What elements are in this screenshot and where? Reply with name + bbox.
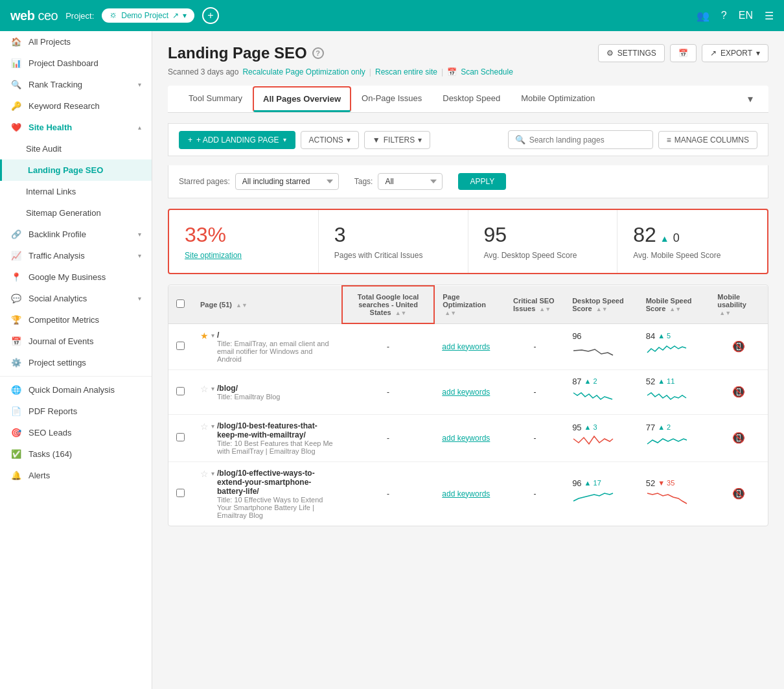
th-critical-seo[interactable]: Critical SEO Issues ▲▼	[505, 286, 564, 323]
google-searches-cell: -	[342, 323, 434, 369]
select-all-checkbox[interactable]	[176, 299, 185, 308]
row-checkbox[interactable]	[176, 489, 185, 497]
sidebar-item-rank-tracking[interactable]: 🔍 Rank Tracking ▾	[0, 74, 152, 95]
star-icon[interactable]: ☆	[200, 469, 209, 479]
row-checkbox[interactable]	[176, 433, 185, 441]
help-icon[interactable]: ?	[721, 10, 727, 21]
sidebar-item-site-audit[interactable]: Site Audit	[0, 138, 152, 159]
sidebar-item-social-analytics[interactable]: 💬 Social Analytics ▾	[0, 288, 152, 309]
sidebar-item-journal-of-events[interactable]: 📅 Journal of Events	[0, 331, 152, 352]
desktop-speed-cell: 95 ▲ 3	[564, 414, 638, 461]
sidebar-item-backlink-profile[interactable]: 🔗 Backlink Profile ▾	[0, 224, 152, 245]
tab-all-pages-overview[interactable]: All Pages Overview	[253, 86, 351, 112]
language-selector[interactable]: EN	[739, 10, 753, 21]
tab-desktop-speed[interactable]: Desktop Speed	[432, 86, 511, 112]
add-keywords-link[interactable]: add keywords	[442, 342, 490, 351]
sidebar-item-all-projects[interactable]: 🏠 All Projects	[0, 31, 152, 53]
star-icon[interactable]: ☆	[200, 384, 209, 394]
google-searches-cell: -	[342, 461, 434, 526]
sidebar-item-sitemap-generation[interactable]: Sitemap Generation	[0, 202, 152, 224]
search-input[interactable]	[529, 135, 646, 145]
add-keywords-link[interactable]: add keywords	[442, 489, 490, 498]
add-landing-page-button[interactable]: + + ADD LANDING PAGE ▾	[179, 131, 295, 149]
sidebar-item-competitor-metrics[interactable]: 🏆 Competitor Metrics	[0, 309, 152, 331]
export-button[interactable]: ↗ EXPORT ▾	[702, 44, 768, 62]
star-icon[interactable]: ☆	[200, 421, 209, 432]
page-url[interactable]: /blog/10-best-features-that-keep-me-with…	[217, 421, 317, 439]
sidebar-item-site-health[interactable]: ❤️ Site Health ▴	[0, 117, 152, 138]
metric-mobile-speed: 82 ▲ 0 Avg. Mobile Speed Score	[617, 210, 767, 273]
add-keywords-link[interactable]: add keywords	[442, 434, 490, 443]
sidebar-item-project-settings[interactable]: ⚙️ Project settings	[0, 352, 152, 373]
calendar-small-icon: 📅	[447, 67, 457, 76]
actions-button[interactable]: ACTIONS ▾	[301, 131, 359, 149]
sidebar-item-google-my-business[interactable]: 📍 Google My Business	[0, 266, 152, 288]
tab-mobile-optimization[interactable]: Mobile Optimization	[511, 86, 605, 112]
users-icon[interactable]: 👥	[697, 10, 709, 22]
star-icon[interactable]: ★	[200, 331, 209, 341]
tab-on-page-issues[interactable]: On-Page Issues	[351, 86, 432, 112]
tabs-dropdown-icon[interactable]: ▾	[743, 88, 758, 110]
scan-schedule-link[interactable]: Scan Schedule	[461, 67, 513, 76]
add-project-button[interactable]: +	[202, 7, 219, 24]
th-mobile-speed[interactable]: Mobile Speed Score ▲▼	[638, 286, 710, 323]
page-url[interactable]: /	[217, 331, 219, 340]
row-checkbox[interactable]	[176, 387, 185, 395]
sidebar-label: Google My Business	[29, 272, 106, 282]
settings-button[interactable]: ⚙ SETTINGS	[598, 44, 665, 62]
sidebar-item-keyword-research[interactable]: 🔑 Keyword Research	[0, 95, 152, 117]
google-searches-cell: -	[342, 414, 434, 461]
recalculate-link[interactable]: Recalculate Page Optimization only	[242, 67, 365, 76]
sidebar-item-pdf-reports[interactable]: 📄 PDF Reports	[0, 401, 152, 422]
th-page-optimization[interactable]: Page Optimization ▲▼	[434, 286, 505, 323]
sidebar-item-internal-links[interactable]: Internal Links	[0, 181, 152, 202]
home-icon: 🏠	[10, 37, 22, 47]
table-row: ★ ▾ / Title: EmailTray, an email client …	[168, 323, 768, 369]
page-url[interactable]: /blog/10-effective-ways-to-extend-your-s…	[217, 469, 315, 496]
calendar-button[interactable]: 📅	[670, 44, 697, 62]
apply-button[interactable]: APPLY	[458, 173, 506, 190]
page-url[interactable]: /blog/	[217, 384, 238, 393]
metric-value: 33%	[185, 223, 303, 247]
th-mobile-usability[interactable]: Mobile usability ▲▼	[709, 286, 768, 323]
sidebar-item-tasks[interactable]: ✅ Tasks (164)	[0, 443, 152, 465]
mobile-delta: ▲ 5	[658, 332, 671, 340]
manage-columns-button[interactable]: ≡ MANAGE COLUMNS	[658, 131, 757, 149]
desktop-sparkline	[572, 341, 614, 360]
sort-icon: ▲▼	[719, 310, 731, 316]
th-page[interactable]: Page (51) ▲▼	[192, 286, 342, 323]
filters-button[interactable]: ▼ FILTERS ▾	[364, 131, 430, 149]
sidebar-item-landing-page-seo[interactable]: Landing Page SEO	[0, 159, 152, 181]
sidebar-item-project-dashboard[interactable]: 📊 Project Dashboard	[0, 53, 152, 74]
metric-label[interactable]: Site optimization	[185, 251, 303, 260]
top-navigation: web ceo Project: ⛭ Demo Project ↗ ▾ + 👥 …	[0, 0, 784, 31]
th-desktop-speed[interactable]: Desktop Speed Score ▲▼	[564, 286, 638, 323]
page-title: Landing Page SEO ?	[168, 44, 324, 62]
expand-icon[interactable]: ▾	[211, 385, 214, 392]
sidebar-item-alerts[interactable]: 🔔 Alerts	[0, 465, 152, 486]
sidebar-item-quick-domain[interactable]: 🌐 Quick Domain Analysis	[0, 379, 152, 401]
row-checkbox[interactable]	[176, 342, 185, 350]
chevron-down-icon: ▾	[283, 136, 286, 143]
add-keywords-link[interactable]: add keywords	[442, 388, 490, 397]
sort-icon: ▲▼	[539, 306, 551, 312]
tags-select[interactable]: All	[378, 173, 443, 190]
expand-icon[interactable]: ▾	[211, 423, 214, 430]
sidebar-item-seo-leads[interactable]: 🎯 SEO Leads	[0, 422, 152, 443]
rescan-link[interactable]: Rescan entire site	[375, 67, 437, 76]
project-selector[interactable]: ⛭ Demo Project ↗ ▾	[102, 8, 194, 23]
expand-icon[interactable]: ▾	[211, 332, 214, 339]
calendar-icon: 📅	[678, 49, 688, 58]
help-icon[interactable]: ?	[312, 47, 324, 59]
desktop-score: 96	[572, 331, 581, 341]
mobile-sparkline	[646, 488, 688, 508]
sidebar-item-traffic-analysis[interactable]: 📈 Traffic Analysis ▾	[0, 245, 152, 266]
starred-select[interactable]: All including starred	[235, 173, 339, 190]
tab-tool-summary[interactable]: Tool Summary	[178, 86, 253, 112]
menu-icon[interactable]: ☰	[765, 10, 774, 22]
plus-icon: +	[188, 135, 192, 145]
th-google-searches[interactable]: Total Google local searches - United Sta…	[342, 286, 434, 323]
mobile-sparkline	[646, 432, 688, 452]
expand-icon[interactable]: ▾	[211, 470, 214, 477]
metric-label: Avg. Mobile Speed Score	[633, 251, 752, 260]
